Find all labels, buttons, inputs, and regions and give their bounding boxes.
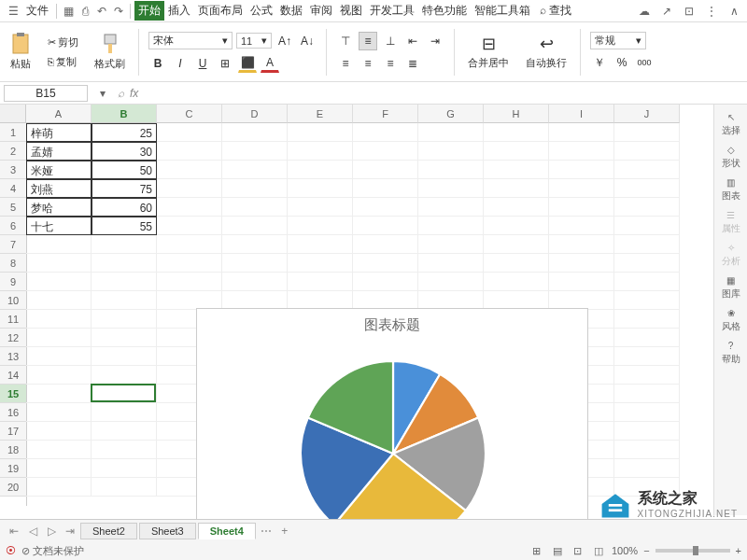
cell[interactable] [418, 235, 484, 254]
cell[interactable] [26, 441, 92, 459]
cell[interactable] [549, 179, 614, 198]
row-header-2[interactable]: 2 [0, 142, 26, 161]
cloud-icon[interactable]: ☁ [637, 4, 652, 19]
cell[interactable] [549, 254, 614, 273]
cell[interactable] [288, 198, 353, 217]
cell[interactable] [418, 142, 484, 161]
cell[interactable] [484, 123, 549, 142]
side-help[interactable]: ?帮助 [722, 341, 740, 366]
decrease-font-button[interactable]: A↓ [298, 32, 317, 50]
cell[interactable] [26, 366, 92, 385]
cell[interactable] [549, 142, 614, 161]
cell[interactable] [222, 161, 288, 179]
cell[interactable] [222, 142, 288, 161]
tab-视图[interactable]: 视图 [336, 1, 366, 21]
align-center-button[interactable]: ≡ [359, 54, 377, 73]
cell[interactable] [92, 385, 157, 403]
cell[interactable] [26, 459, 92, 478]
cell[interactable] [157, 254, 222, 273]
cell[interactable] [484, 217, 549, 235]
indent-decrease-button[interactable]: ⇤ [403, 32, 422, 50]
cell[interactable] [92, 254, 157, 273]
row-header-20[interactable]: 20 [0, 478, 26, 497]
cell[interactable] [222, 235, 288, 254]
font-size-select[interactable]: 11▾ [236, 33, 272, 49]
view-layout-button[interactable]: ▤ [550, 543, 565, 558]
col-header-G[interactable]: G [418, 105, 484, 123]
save-icon[interactable]: ▦ [61, 4, 76, 19]
tab-开始[interactable]: 开始 [134, 1, 164, 21]
cell[interactable] [418, 123, 484, 142]
cell[interactable] [549, 123, 614, 142]
select-all-corner[interactable] [0, 105, 26, 123]
cell[interactable] [26, 235, 92, 254]
cell[interactable] [614, 254, 680, 273]
chart-title[interactable]: 图表标题 [197, 309, 587, 342]
cell[interactable] [222, 198, 288, 217]
cell[interactable] [549, 161, 614, 179]
cell[interactable] [484, 179, 549, 198]
cut-button[interactable]: ✂剪切 [45, 35, 81, 50]
print-icon[interactable]: ⎙ [78, 4, 92, 19]
sheet-first-button[interactable]: ⇤ [6, 523, 22, 539]
settings-icon[interactable]: ⊡ [682, 4, 697, 19]
cell[interactable] [157, 123, 222, 142]
cell[interactable] [418, 254, 484, 273]
cell[interactable] [26, 329, 92, 347]
cell[interactable] [26, 385, 92, 403]
cell-data[interactable]: 30 [92, 142, 157, 161]
row-header-1[interactable]: 1 [0, 123, 26, 142]
cell[interactable] [549, 198, 614, 217]
side-shape[interactable]: ◇形状 [722, 145, 740, 170]
format-painter-button[interactable]: 格式刷 [91, 31, 129, 73]
col-header-H[interactable]: H [484, 105, 549, 123]
cell[interactable] [418, 273, 484, 291]
cell[interactable] [288, 123, 353, 142]
hamburger-icon[interactable]: ☰ [6, 4, 21, 19]
view-break-button[interactable]: ⊡ [571, 543, 585, 558]
cell[interactable] [92, 273, 157, 291]
side-style[interactable]: ❀风格 [722, 308, 740, 333]
cell[interactable] [614, 198, 680, 217]
cell[interactable] [353, 217, 418, 235]
cell[interactable] [26, 422, 92, 441]
view-read-button[interactable]: ◫ [591, 543, 606, 558]
cell[interactable] [614, 366, 680, 385]
align-left-button[interactable]: ≡ [336, 54, 355, 73]
cell[interactable] [549, 217, 614, 235]
cell[interactable] [157, 161, 222, 179]
row-header-12[interactable]: 12 [0, 329, 26, 347]
cell[interactable] [222, 217, 288, 235]
col-header-A[interactable]: A [26, 105, 92, 123]
cell[interactable] [353, 254, 418, 273]
cell[interactable] [92, 422, 157, 441]
sheet-menu-button[interactable]: ⋯ [258, 523, 275, 539]
zoom-level[interactable]: 100% [612, 545, 638, 556]
currency-button[interactable]: ￥ [590, 53, 609, 72]
row-header-6[interactable]: 6 [0, 217, 26, 235]
cell-data[interactable]: 75 [92, 179, 157, 198]
row-header-10[interactable]: 10 [0, 291, 26, 310]
cell[interactable] [418, 217, 484, 235]
cell[interactable] [288, 179, 353, 198]
cell[interactable] [26, 291, 92, 310]
sheet-next-button[interactable]: ▷ [43, 523, 60, 539]
cell[interactable] [92, 291, 157, 310]
paste-button[interactable]: 粘贴 [6, 31, 35, 73]
row-header-7[interactable]: 7 [0, 235, 26, 254]
cell[interactable] [418, 161, 484, 179]
align-top-button[interactable]: ⊤ [336, 32, 355, 50]
cell[interactable] [157, 198, 222, 217]
col-header-C[interactable]: C [157, 105, 222, 123]
cell[interactable] [353, 273, 418, 291]
add-sheet-button[interactable]: + [276, 523, 293, 539]
align-middle-button[interactable]: ≡ [359, 32, 377, 50]
cell[interactable] [288, 217, 353, 235]
cell[interactable] [26, 310, 92, 329]
row-header-8[interactable]: 8 [0, 254, 26, 273]
cell[interactable] [222, 179, 288, 198]
border-button[interactable]: ⊞ [216, 54, 234, 73]
cell[interactable] [92, 478, 157, 497]
cell-data[interactable]: 60 [92, 198, 157, 217]
cell[interactable] [549, 291, 614, 310]
